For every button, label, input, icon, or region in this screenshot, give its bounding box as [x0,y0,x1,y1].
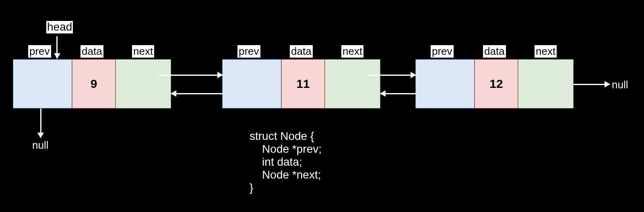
arrow-prev-3-2 [380,93,416,94]
node-2-data: 11 [281,59,325,108]
struct-code: struct Node { Node *prev; int data; Node… [250,130,322,194]
node-1-prev [13,59,72,108]
arrow-prev-1-null-line [40,108,41,135]
field-label-next-2: next [341,45,363,58]
field-label-data-1: data [80,45,103,58]
node-2: 11 [222,59,380,108]
arrow-prev-2-1 [171,93,223,94]
null-head: null [32,139,48,152]
arrow-next-1-2 [158,75,223,75]
node-3-prev [415,59,475,108]
null-tail: null [612,79,628,91]
node-1: 9 [13,59,171,108]
field-label-data-2: data [290,45,313,58]
field-label-next-1: next [132,45,154,58]
node-2-value: 11 [296,77,310,91]
arrow-next-2-3 [367,75,416,75]
arrow-prev-1-null-head [37,133,44,138]
node-2-next [325,59,380,108]
field-label-next-3: next [535,45,557,58]
field-label-data-3: data [483,45,506,58]
node-1-value: 9 [91,77,97,91]
node-1-next [116,59,171,108]
node-2-prev [222,59,281,108]
field-label-prev-3: prev [431,45,454,58]
arrow-next-3-null [574,84,610,84]
field-label-prev-1: prev [28,45,51,58]
head-label: head [46,21,73,33]
linked-list-diagram: head prev data next 9 prev data next 11 … [0,0,644,212]
node-3-data: 12 [475,59,518,108]
node-1-data: 9 [72,59,116,108]
node-3: 12 [415,59,574,108]
field-label-prev-2: prev [237,45,260,58]
head-arrow [56,36,57,58]
node-3-next [518,59,574,108]
node-3-value: 12 [489,77,503,91]
